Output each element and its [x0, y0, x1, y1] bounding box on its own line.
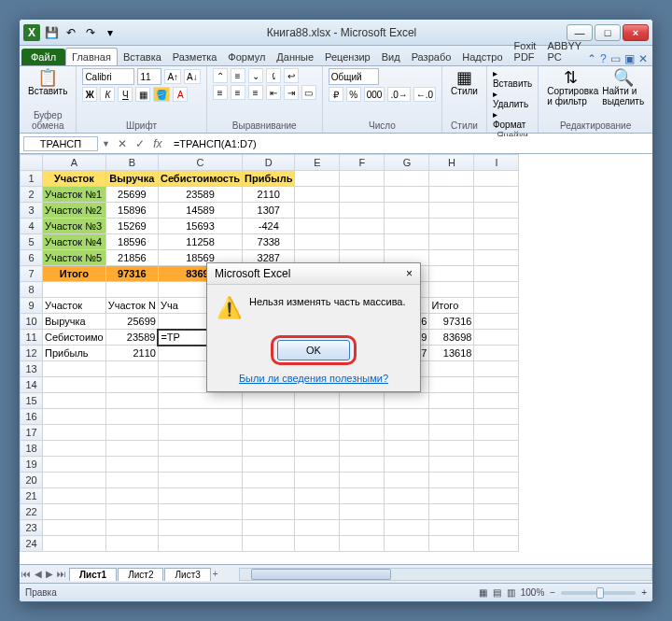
save-icon[interactable]: 💾	[43, 24, 60, 41]
cell-A16[interactable]	[43, 409, 106, 425]
cell-H5[interactable]	[429, 234, 474, 250]
row-header-8[interactable]: 8	[21, 282, 43, 298]
cell-I23[interactable]	[474, 520, 519, 536]
cell-E4[interactable]	[295, 219, 340, 234]
sheet-nav-last-icon[interactable]: ⏭	[55, 569, 68, 579]
row-header-16[interactable]: 16	[21, 409, 43, 425]
cell-H20[interactable]	[429, 473, 474, 488]
cell-C18[interactable]	[158, 441, 242, 457]
cell-A17[interactable]	[43, 425, 106, 441]
cell-I2[interactable]	[474, 187, 519, 203]
tab-view[interactable]: Вид	[376, 49, 406, 65]
col-header-I[interactable]: I	[474, 155, 519, 171]
name-box[interactable]	[23, 136, 98, 151]
cell-I22[interactable]	[474, 504, 519, 520]
cell-F16[interactable]	[340, 409, 385, 425]
cell-H7[interactable]	[429, 266, 474, 282]
tab-insert[interactable]: Вставка	[118, 49, 167, 65]
cell-G3[interactable]	[385, 203, 429, 219]
cell-H13[interactable]	[429, 361, 474, 377]
row-header-1[interactable]: 1	[21, 171, 43, 187]
cell-A3[interactable]: Участок №2	[43, 203, 106, 219]
cell-C2[interactable]: 23589	[158, 187, 242, 203]
row-header-12[interactable]: 12	[21, 346, 43, 361]
cell-G24[interactable]	[385, 536, 429, 552]
cell-A18[interactable]	[43, 441, 106, 457]
cell-A24[interactable]	[43, 536, 106, 552]
cell-A14[interactable]	[43, 377, 106, 393]
row-header-23[interactable]: 23	[21, 520, 43, 536]
cell-B7[interactable]: 97316	[105, 266, 158, 282]
row-header-7[interactable]: 7	[21, 266, 43, 282]
wrap-text-icon[interactable]: ↩	[284, 68, 299, 83]
cell-G1[interactable]	[385, 171, 429, 187]
dialog-close-icon[interactable]: ×	[406, 267, 413, 280]
cell-E21[interactable]	[295, 488, 340, 504]
cell-D5[interactable]: 7338	[243, 234, 295, 250]
cell-I9[interactable]	[474, 298, 519, 314]
formula-input[interactable]	[170, 136, 652, 151]
ok-button[interactable]: OK	[277, 340, 350, 360]
cell-E5[interactable]	[295, 234, 340, 250]
cell-D16[interactable]	[243, 409, 295, 425]
cell-D17[interactable]	[243, 425, 295, 441]
grow-font-icon[interactable]: A↑	[164, 69, 181, 84]
cell-I10[interactable]	[474, 314, 519, 330]
cell-D3[interactable]: 1307	[243, 203, 295, 219]
cell-C22[interactable]	[158, 504, 242, 520]
align-mid-icon[interactable]: ≡	[231, 68, 245, 83]
cell-B14[interactable]	[105, 377, 158, 393]
namebox-dropdown-icon[interactable]: ▼	[102, 139, 110, 148]
sort-filter-button[interactable]: ⇅ Сортировка и фильтр	[544, 68, 596, 107]
cell-E19[interactable]	[295, 457, 340, 473]
underline-button[interactable]: Ч	[118, 87, 133, 102]
cell-G15[interactable]	[385, 393, 429, 409]
orientation-icon[interactable]: ⤹	[266, 68, 281, 83]
row-header-4[interactable]: 4	[21, 219, 43, 234]
row-header-13[interactable]: 13	[21, 361, 43, 377]
cell-A11[interactable]: Себистоимо	[43, 330, 106, 346]
cells-delete-button[interactable]: ▸ Удалить	[493, 89, 532, 109]
cell-F4[interactable]	[340, 219, 385, 234]
cell-G18[interactable]	[385, 441, 429, 457]
cell-C23[interactable]	[158, 520, 242, 536]
shrink-font-icon[interactable]: A↓	[184, 69, 201, 84]
cell-A9[interactable]: Участок	[43, 298, 106, 314]
row-header-15[interactable]: 15	[21, 393, 43, 409]
bold-button[interactable]: Ж	[82, 87, 97, 102]
row-header-17[interactable]: 17	[21, 425, 43, 441]
cell-E24[interactable]	[295, 536, 340, 552]
doc-max-icon[interactable]: ▣	[624, 52, 635, 65]
cell-B13[interactable]	[105, 361, 158, 377]
tab-developer[interactable]: Разрабо	[406, 49, 457, 65]
doc-close-icon[interactable]: ✕	[638, 52, 648, 65]
cell-A21[interactable]	[43, 488, 106, 504]
cell-B9[interactable]: Участок N	[105, 298, 158, 314]
cell-F1[interactable]	[340, 171, 385, 187]
cell-I20[interactable]	[474, 473, 519, 488]
ribbon-minimize-icon[interactable]: ⌃	[587, 52, 596, 65]
row-header-6[interactable]: 6	[21, 250, 43, 266]
cell-H3[interactable]	[429, 203, 474, 219]
dialog-feedback-link[interactable]: Были ли сведения полезными?	[239, 373, 388, 384]
tab-formulas[interactable]: Формул	[222, 49, 271, 65]
cell-C21[interactable]	[158, 488, 242, 504]
font-size-select[interactable]	[137, 68, 161, 85]
col-header-H[interactable]: H	[429, 155, 474, 171]
row-header-5[interactable]: 5	[21, 234, 43, 250]
cell-B22[interactable]	[105, 504, 158, 520]
cell-G22[interactable]	[385, 504, 429, 520]
cell-B15[interactable]	[105, 393, 158, 409]
cell-C16[interactable]	[158, 409, 242, 425]
cell-H22[interactable]	[429, 504, 474, 520]
cell-A20[interactable]	[43, 473, 106, 488]
view-layout-icon[interactable]: ▤	[493, 587, 501, 598]
cell-G19[interactable]	[385, 457, 429, 473]
cell-H11[interactable]: 83698	[429, 330, 474, 346]
help-icon[interactable]: ?	[600, 52, 607, 65]
dec-decimal-icon[interactable]: ←.0	[413, 87, 436, 102]
cell-I4[interactable]	[474, 219, 519, 234]
comma-icon[interactable]: 000	[364, 87, 385, 102]
zoom-level[interactable]: 100%	[521, 587, 545, 598]
row-header-10[interactable]: 10	[21, 314, 43, 330]
